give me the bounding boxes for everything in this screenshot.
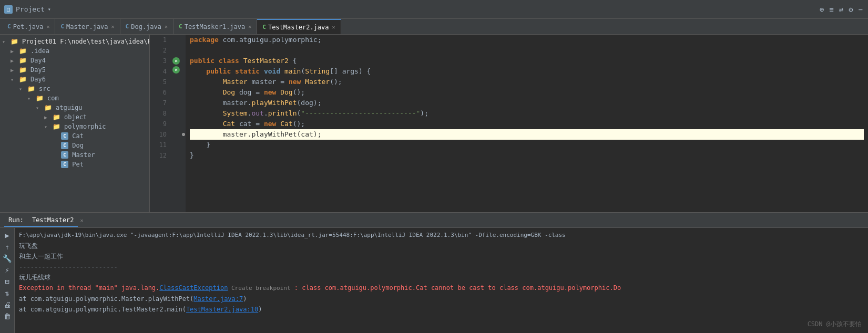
tab-close-master[interactable]: ✕ (111, 24, 115, 29)
sidebar-label-com: com (47, 95, 59, 102)
output-line-3: -------------------------- (19, 262, 864, 272)
expand-arrow-idea: ▶ (11, 48, 19, 54)
folder-icon-src: 📁 (27, 85, 37, 92)
wrench-icon[interactable]: 🔧 (3, 254, 12, 263)
class-icon-dog: C (61, 142, 68, 149)
sidebar-label-master: Master (72, 151, 95, 159)
output-line-stack1: at com.atguigu.polymorphic.Master.playWi… (19, 294, 864, 304)
line-numbers: 1 2 3 4 5 6 7 8 9 10 11 12 (150, 35, 171, 212)
sidebar-item-day6[interactable]: ▾ 📁 Day6 (0, 75, 149, 84)
sidebar-label-idea: .idea (30, 47, 49, 55)
watermark: CSDN @小孩不要怕 (808, 320, 862, 329)
tab-pet[interactable]: C Pet.java ✕ (2, 19, 55, 34)
sidebar-label-atguigu: atguigu (56, 104, 83, 111)
sidebar-label-object: object (64, 113, 87, 121)
expand-arrow-project01: ▾ (2, 39, 11, 45)
tab-dog[interactable]: C Dog.java ✕ (120, 19, 173, 34)
sidebar-item-day4[interactable]: ▶ 📁 Day4 (0, 56, 149, 65)
sidebar-item-pet[interactable]: C Pet (0, 160, 149, 169)
sidebar-item-com[interactable]: ▾ 📁 com (0, 93, 149, 103)
run-tab-close[interactable]: ✕ (80, 217, 83, 223)
sidebar-item-atguigu[interactable]: ▾ 📁 atguigu (0, 103, 149, 112)
bottom-content: ▶ ↑ 🔧 ⚡ ⊟ ⇅ 🖨 🗑 F:\app\java\jdk-19\bin\j… (0, 228, 868, 333)
sidebar-label-dog: Dog (72, 142, 84, 149)
code-line-9: Cat cat = new Cat(); (190, 119, 864, 129)
tab-close-pet[interactable]: ✕ (46, 24, 49, 29)
tab-icon-testmaster2: C (262, 24, 266, 30)
expand-icon[interactable]: ⇅ (5, 289, 9, 297)
code-line-5: Master master = new Master(); (190, 77, 864, 87)
tab-icon-testmasker1: C (179, 23, 182, 30)
tab-icon-pet: C (7, 23, 11, 30)
toolbar-icons: ⊕ ≡ ⇄ ⚙ − (819, 4, 864, 15)
project-dropdown-arrow[interactable]: ▾ (48, 6, 51, 12)
expand-arrow-src: ▾ (19, 86, 27, 92)
print-icon[interactable]: 🖨 (4, 300, 11, 309)
folder-icon-atguigu: 📁 (44, 104, 54, 111)
sidebar-item-polymorphic[interactable]: ▾ 📁 polymorphic (0, 122, 149, 131)
minimize-icon[interactable]: − (857, 4, 864, 15)
structure-icon[interactable]: ≡ (828, 4, 834, 15)
tab-icon-master: C (60, 23, 64, 30)
tabs-bar: C Pet.java ✕ C Master.java ✕ C Dog.java … (0, 19, 868, 35)
run-tab[interactable]: Run: (4, 214, 28, 227)
create-breakpoint-label: Create breakpoint (228, 285, 290, 292)
navigate-icon[interactable]: ⊕ (819, 4, 825, 15)
tab-testmasker1[interactable]: C TestMasker1.java ✕ (173, 19, 257, 34)
output-line-2: 和主人一起工作 (19, 251, 864, 262)
run-button-line3[interactable] (172, 57, 180, 65)
sidebar-item-object[interactable]: ▶ 📁 object (0, 112, 149, 122)
settings-icon[interactable]: ⚙ (847, 4, 854, 15)
expand-arrow-atguigu: ▾ (36, 105, 44, 111)
classcastexception-link[interactable]: ClassCastException (159, 284, 228, 292)
scroll-up-icon[interactable]: ↑ (5, 243, 9, 251)
tab-testmaster2[interactable]: C TestMaster2.java ✕ (257, 19, 341, 34)
output-line-cmd: F:\app\java\jdk-19\bin\java.exe "-javaag… (19, 230, 864, 241)
folder-icon-com: 📁 (36, 95, 45, 102)
tab-label-testmaster2: TestMaster2.java (268, 24, 329, 31)
expand-arrow-day4: ▶ (11, 58, 19, 64)
tab-master[interactable]: C Master.java ✕ (55, 19, 120, 34)
sidebar: ▾ 📁 Project01 F:\node\test\java\idea\Pro… (0, 35, 150, 212)
sidebar-label-project01: Project01 F:\node\test\java\idea\Project… (22, 38, 150, 45)
code-line-7: master.playWithPet(dog); (190, 98, 864, 108)
master-java-link[interactable]: Master.java:7 (193, 295, 243, 303)
tab-label-master: Master.java (66, 23, 108, 30)
tab-close-testmasker1[interactable]: ✕ (248, 24, 251, 29)
sidebar-item-idea[interactable]: ▶ 📁 .idea (0, 46, 149, 56)
sidebar-item-master[interactable]: C Master (0, 150, 149, 160)
run-tab-label[interactable]: TestMaster2 (28, 214, 78, 227)
run-output[interactable]: F:\app\java\jdk-19\bin\java.exe "-javaag… (15, 228, 868, 333)
folder-icon-idea: 📁 (19, 47, 28, 55)
sidebar-item-day5[interactable]: ▶ 📁 Day5 (0, 65, 149, 75)
bottom-panel: Run: TestMaster2 ✕ ▶ ↑ 🔧 ⚡ ⊟ ⇅ 🖨 🗑 F:\ap… (0, 212, 868, 333)
editor-area: 1 2 3 4 5 6 7 8 9 10 11 12 (150, 35, 868, 212)
tab-label-testmasker1: TestMasker1.java (185, 23, 246, 30)
tab-close-dog[interactable]: ✕ (165, 24, 168, 29)
sidebar-label-day4: Day4 (30, 57, 46, 64)
sidebar-item-project01[interactable]: ▾ 📁 Project01 F:\node\test\java\idea\Pro… (0, 37, 149, 46)
layout-icon[interactable]: ⊟ (5, 277, 9, 286)
folder-icon-day6: 📁 (19, 76, 28, 83)
sidebar-item-dog[interactable]: C Dog (0, 141, 149, 150)
class-icon-cat: C (61, 132, 68, 140)
folder-icon-object: 📁 (53, 113, 62, 121)
run-gutter (171, 35, 181, 212)
expand-arrow-object: ▶ (44, 115, 53, 120)
sidebar-item-cat[interactable]: C Cat (0, 131, 149, 141)
expand-arrow-day5: ▶ (11, 67, 19, 73)
delete-icon[interactable]: 🗑 (4, 312, 11, 320)
run-again-icon[interactable]: ▶ (5, 231, 9, 240)
folder-icon-project01: 📁 (11, 38, 20, 45)
filter-icon[interactable]: ⚡ (5, 266, 9, 274)
testmaster2-java-link[interactable]: TestMaster2.java:10 (186, 306, 258, 313)
run-button-line4[interactable] (172, 66, 180, 74)
expand-arrow-day6: ▾ (11, 77, 19, 82)
tab-close-testmaster2[interactable]: ✕ (332, 24, 335, 30)
title-bar-left: □ Project ▾ (4, 5, 109, 14)
sidebar-item-src[interactable]: ▾ 📁 src (0, 84, 149, 93)
compare-icon[interactable]: ⇄ (838, 4, 844, 15)
code-line-12: } (190, 150, 864, 161)
code-line-6: Dog dog = new Dog(); (190, 87, 864, 98)
code-lines[interactable]: package com.atguigu.polymorphic; public … (186, 35, 868, 212)
